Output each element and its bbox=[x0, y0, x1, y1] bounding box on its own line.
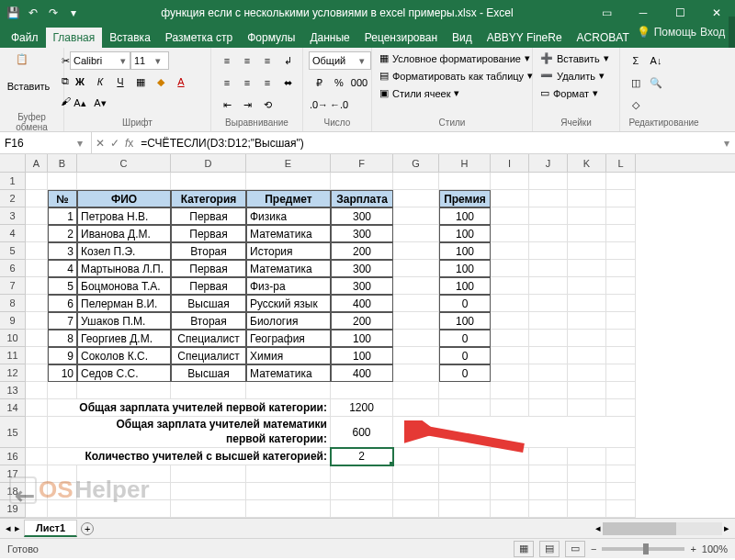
cell[interactable] bbox=[529, 190, 568, 207]
fill-icon[interactable]: ◫ bbox=[626, 73, 646, 92]
table-cell[interactable]: Специалист bbox=[171, 347, 246, 364]
cell[interactable] bbox=[393, 448, 439, 465]
col-header[interactable]: I bbox=[491, 154, 529, 172]
number-format-combo[interactable]: ▾ bbox=[309, 51, 371, 70]
table-cell[interactable]: 100 bbox=[439, 242, 491, 260]
cell[interactable] bbox=[393, 225, 439, 242]
tab-layout[interactable]: Разметка стр bbox=[158, 28, 240, 48]
table-cell[interactable]: 6 bbox=[48, 295, 77, 312]
cell[interactable] bbox=[26, 399, 48, 417]
table-cell[interactable]: 5 bbox=[48, 277, 77, 295]
cell[interactable] bbox=[491, 448, 529, 465]
cell[interactable] bbox=[529, 312, 568, 330]
table-cell[interactable]: 200 bbox=[331, 242, 393, 260]
cell[interactable] bbox=[529, 207, 568, 225]
table-cell[interactable]: 200 bbox=[331, 312, 393, 330]
table-cell[interactable]: 300 bbox=[331, 225, 393, 242]
cell[interactable] bbox=[568, 260, 606, 277]
select-all-corner[interactable] bbox=[0, 154, 26, 172]
cell[interactable] bbox=[529, 277, 568, 295]
col-header[interactable]: C bbox=[77, 154, 171, 172]
zoom-level[interactable]: 100% bbox=[702, 543, 728, 554]
comma-icon[interactable]: 000 bbox=[349, 73, 369, 92]
cell[interactable] bbox=[26, 260, 48, 277]
cell[interactable] bbox=[529, 260, 568, 277]
accept-formula-icon[interactable]: ✓ bbox=[110, 137, 119, 150]
row-header[interactable]: 5 bbox=[0, 242, 26, 260]
table-cell[interactable]: Русский язык bbox=[246, 295, 331, 312]
italic-button[interactable]: К bbox=[90, 73, 110, 91]
cell[interactable] bbox=[246, 173, 331, 190]
cell[interactable] bbox=[393, 465, 439, 483]
cell[interactable] bbox=[491, 483, 529, 500]
cell[interactable] bbox=[48, 500, 77, 518]
cell[interactable] bbox=[393, 500, 439, 518]
cell[interactable] bbox=[491, 312, 529, 330]
cell[interactable] bbox=[26, 347, 48, 364]
cell[interactable] bbox=[529, 500, 568, 518]
cell[interactable] bbox=[393, 382, 439, 399]
cell[interactable] bbox=[171, 465, 246, 483]
row-header[interactable]: 11 bbox=[0, 347, 26, 364]
cell[interactable] bbox=[606, 364, 636, 382]
table-cell[interactable]: Химия bbox=[246, 347, 331, 364]
cell[interactable] bbox=[393, 364, 439, 382]
cell[interactable] bbox=[491, 260, 529, 277]
table-cell[interactable]: Георгиев Д.М. bbox=[77, 330, 171, 347]
cell[interactable] bbox=[606, 260, 636, 277]
cell[interactable] bbox=[529, 347, 568, 364]
align-left-icon[interactable]: ≡ bbox=[217, 73, 237, 92]
cell[interactable] bbox=[331, 465, 393, 483]
dec-decimal-icon[interactable]: ←.0 bbox=[329, 95, 349, 114]
cell[interactable] bbox=[393, 207, 439, 225]
cell[interactable] bbox=[393, 190, 439, 207]
table-cell[interactable]: Седов С.С. bbox=[77, 364, 171, 382]
table-cell[interactable]: Ушаков П.М. bbox=[77, 312, 171, 330]
table-cell[interactable]: 100 bbox=[439, 312, 491, 330]
cell[interactable] bbox=[393, 242, 439, 260]
underline-button[interactable]: Ч bbox=[110, 73, 130, 91]
cell[interactable] bbox=[529, 173, 568, 190]
cell[interactable] bbox=[26, 382, 48, 399]
cell[interactable] bbox=[568, 225, 606, 242]
tab-formulas[interactable]: Формулы bbox=[240, 28, 302, 48]
cell[interactable] bbox=[439, 382, 491, 399]
table-cell[interactable]: Математика bbox=[246, 364, 331, 382]
clear-icon[interactable]: ◇ bbox=[626, 95, 646, 114]
help-label[interactable]: Помощь bbox=[654, 26, 696, 39]
summary-value[interactable]: 1200 bbox=[331, 399, 393, 417]
cell[interactable] bbox=[26, 465, 48, 483]
cell[interactable] bbox=[606, 465, 636, 483]
table-header[interactable]: Категория bbox=[171, 190, 246, 207]
cell[interactable] bbox=[393, 483, 439, 500]
help-icon[interactable]: 💡 bbox=[637, 26, 650, 39]
cell[interactable] bbox=[529, 399, 568, 417]
row-header[interactable]: 3 bbox=[0, 207, 26, 225]
table-cell[interactable]: География bbox=[246, 330, 331, 347]
cell[interactable] bbox=[439, 399, 491, 417]
table-cell[interactable]: 8 bbox=[48, 330, 77, 347]
zoom-in-icon[interactable]: + bbox=[690, 543, 695, 554]
summary-label[interactable]: Количество учителей с высшей категорией: bbox=[48, 448, 331, 465]
cell[interactable] bbox=[393, 260, 439, 277]
table-cell[interactable]: 300 bbox=[331, 260, 393, 277]
increase-font-icon[interactable]: A▴ bbox=[70, 94, 90, 112]
conditional-formatting-button[interactable]: ▦Условное форматирование ▾ bbox=[378, 51, 532, 65]
table-cell[interactable]: Первая bbox=[171, 260, 246, 277]
cell[interactable] bbox=[26, 448, 48, 465]
row-header[interactable]: 2 bbox=[0, 190, 26, 207]
table-cell[interactable]: Специалист bbox=[171, 330, 246, 347]
cell[interactable] bbox=[26, 483, 48, 500]
table-cell[interactable]: 300 bbox=[331, 207, 393, 225]
table-cell[interactable]: Математика bbox=[246, 260, 331, 277]
paste-button[interactable]: 📋 Вставить bbox=[6, 51, 51, 94]
cell[interactable] bbox=[491, 347, 529, 364]
tab-data[interactable]: Данные bbox=[302, 28, 356, 48]
indent-inc-icon[interactable]: ⇥ bbox=[237, 95, 257, 114]
col-header[interactable]: F bbox=[331, 154, 393, 172]
cell[interactable] bbox=[491, 382, 529, 399]
cell[interactable] bbox=[606, 500, 636, 518]
table-cell[interactable]: 100 bbox=[439, 260, 491, 277]
cell[interactable] bbox=[26, 364, 48, 382]
wrap-text-icon[interactable]: ↲ bbox=[277, 51, 298, 70]
